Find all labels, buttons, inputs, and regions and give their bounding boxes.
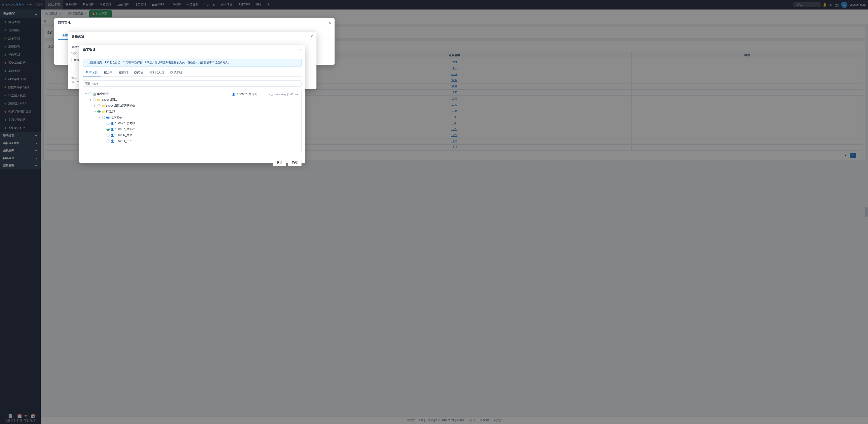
modal-employee-body: 人员选择规则：1.不包含自己；2.无需绑定邮箱；3.单选。如没有查到要选择的人员…: [79, 55, 305, 156]
radio-shenzhen[interactable]: [97, 104, 101, 107]
node-label-person-3: 100026_肖敏: [115, 133, 132, 137]
radio-assistant[interactable]: [102, 116, 105, 119]
tree-node-skyeye[interactable]: ▼ 📁 Skyeye团队: [89, 97, 227, 103]
employee-split: ▼ 🏢 单个企业 ▼ 📁 Skyeye团队: [83, 89, 302, 152]
emp-tab-dept[interactable]: 按部门: [116, 69, 131, 77]
tree-node-person-2[interactable]: ▶ 👤 100007_马培松: [103, 126, 227, 132]
expand-icon[interactable]: ▶: [94, 104, 96, 107]
tree-node-person-1[interactable]: ▶ 👤 100027_贾方振: [103, 120, 227, 126]
folder-icon: 📁: [101, 104, 105, 108]
confirm-button[interactable]: 确定: [288, 159, 302, 166]
person-icon: 👤: [111, 122, 114, 125]
node-label-person-1: 100027_贾方振: [115, 121, 135, 125]
emp-tab-company[interactable]: 按公司: [101, 69, 116, 77]
radio-person-3[interactable]: [106, 134, 110, 137]
modal-sign-header: 会签设定 ×: [68, 32, 316, 41]
employee-search-input[interactable]: [83, 80, 302, 87]
tree-children-admin: ▼ 👥 行政助手 ▶ 👤: [94, 114, 227, 144]
folder-icon: 📁: [97, 98, 101, 102]
node-label-person-4: 100024_王彤: [115, 139, 132, 143]
cancel-button[interactable]: 取消: [273, 159, 286, 166]
selected-employee-email: hai_codemonkey@163.com: [268, 93, 299, 96]
tree-node-assistant[interactable]: ▼ 👥 行政助手: [98, 114, 227, 120]
expand-icon[interactable]: ▼: [89, 98, 92, 101]
node-label-admin-dept: 行政部: [106, 110, 115, 114]
group-icon: 👥: [106, 116, 110, 119]
tree-children-skyeye: ▶ 📁 skyeye团队(深圳地域) ▼ 📁 行政部: [89, 103, 227, 144]
tree-children-assistant: ▶ 👤 100027_贾方振 ▶ 👤: [98, 120, 227, 144]
employee-search-row: [83, 80, 302, 87]
expand-icon[interactable]: ▼: [98, 116, 101, 119]
person-icon: 👤: [111, 128, 114, 131]
modal-employee-footer: 取消 确定: [79, 156, 305, 169]
modal-employee-title: 员工选择: [83, 48, 95, 52]
tree-node-person-3[interactable]: ▶ 👤 100026_肖敏: [103, 132, 227, 138]
employee-selected-panel: 👤 100007_马培松 hai_codemonkey@163.com: [229, 89, 301, 152]
modal-employee-close[interactable]: ×: [300, 48, 302, 52]
selected-person-icon: 👤: [232, 93, 235, 96]
expand-icon[interactable]: ▼: [85, 92, 88, 95]
info-banner: 人员选择规则：1.不包含自己；2.无需绑定邮箱；3.单选。如没有查到要选择的人员…: [83, 59, 302, 66]
employee-tree: ▼ 🏢 单个企业 ▼ 📁 Skyeye团队: [83, 89, 229, 152]
tree-node-root[interactable]: ▼ 🏢 单个企业: [85, 91, 227, 97]
person-icon: 👤: [111, 139, 114, 143]
folder-icon: 🏢: [92, 92, 96, 96]
radio-admin-dept[interactable]: [97, 110, 101, 113]
modal-flow-title: 流程审批: [58, 21, 70, 25]
emp-tab-contact[interactable]: 按联系组: [167, 69, 185, 77]
tree-node-shenzhen[interactable]: ▶ 📁 skyeye团队(深圳地域): [94, 103, 227, 109]
modal-sign-close[interactable]: ×: [311, 34, 313, 38]
radio-skyeye[interactable]: [93, 98, 96, 101]
employee-tabs: 所有人员 按公司 按部门 按岗位 同部门人员 按联系组: [83, 69, 302, 77]
node-label-assistant: 行政助手: [111, 115, 122, 119]
modal-employee-header: 员工选择 ×: [79, 45, 305, 55]
selected-employee-row: 👤 100007_马培松 hai_codemonkey@163.com: [231, 91, 300, 98]
radio-person-1[interactable]: [106, 122, 110, 125]
emp-tab-position[interactable]: 按岗位: [131, 69, 146, 77]
folder-icon: 📁: [101, 110, 105, 113]
tree-children-root: ▼ 📁 Skyeye团队 ▶ 📁 skyeye团队(深圳地域): [85, 97, 227, 144]
modal-flow-close[interactable]: ×: [329, 21, 331, 25]
modal-employee-select: 员工选择 × 人员选择规则：1.不包含自己；2.无需绑定邮箱；3.单选。如没有查…: [79, 45, 305, 163]
modal-flow-header: 流程审批 ×: [54, 18, 335, 28]
node-label-person-2: 100007_马培松: [115, 127, 135, 131]
tree-node-person-4[interactable]: ▶ 👤 100024_王彤: [103, 138, 227, 144]
selected-employee-name: 100007_马培松: [237, 92, 257, 96]
person-icon: 👤: [111, 134, 114, 137]
radio-root[interactable]: [88, 92, 92, 95]
radio-person-4[interactable]: [106, 139, 110, 143]
node-label-skyeye: Skyeye团队: [101, 98, 117, 102]
radio-person-2[interactable]: [106, 128, 110, 131]
tree-node-admin-dept[interactable]: ▼ 📁 行政部: [94, 109, 227, 114]
emp-tab-all[interactable]: 所有人员: [83, 69, 101, 77]
emp-tab-samedept[interactable]: 同部门人员: [146, 69, 167, 77]
node-label-root: 单个企业: [97, 92, 109, 96]
expand-icon[interactable]: ▼: [94, 110, 96, 113]
modal-sign-title: 会签设定: [71, 34, 84, 38]
node-label-shenzhen: skyeye团队(深圳地域): [106, 104, 135, 108]
